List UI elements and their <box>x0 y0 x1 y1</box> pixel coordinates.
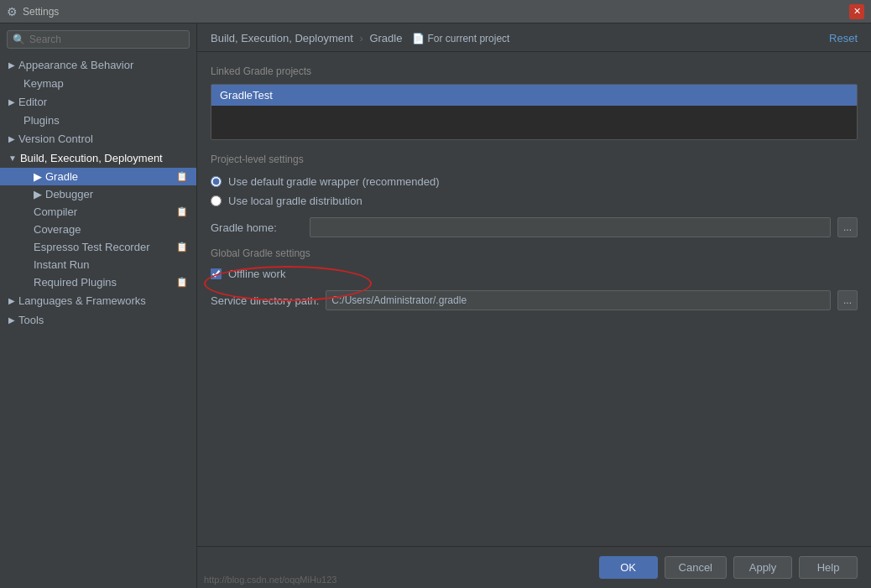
footer: http://blog.csdn.net/oqqMiHu123 OK Cance… <box>197 546 871 588</box>
footer-url: http://blog.csdn.net/oqqMiHu123 <box>197 571 343 588</box>
sidebar-item-required-plugins[interactable]: Required Plugins 📋 <box>0 273 196 291</box>
app-icon: ⚙ <box>7 5 18 18</box>
titlebar: ⚙ Settings ✕ <box>0 0 871 23</box>
radio-local-distribution-input[interactable] <box>211 195 222 206</box>
project-list-empty <box>211 106 857 139</box>
radio-default-wrapper-input[interactable] <box>211 176 222 187</box>
sidebar-item-editor[interactable]: ▶ Editor <box>0 92 196 112</box>
radio-local-distribution[interactable]: Use local gradle distribution <box>211 195 858 207</box>
copy-icon: 📋 <box>176 242 188 252</box>
sidebar-item-label: Plugins <box>23 114 60 127</box>
radio-default-wrapper[interactable]: Use default gradle wrapper (recommended) <box>211 175 858 188</box>
content-body: Linked Gradle projects GradleTest Projec… <box>197 52 871 546</box>
service-dir-input[interactable] <box>326 290 831 310</box>
copy-icon: 📋 <box>176 277 188 288</box>
close-button[interactable]: ✕ <box>849 4 864 19</box>
cancel-button[interactable]: Cancel <box>665 556 727 579</box>
sidebar-item-espresso[interactable]: Espresso Test Recorder 📋 <box>0 238 196 256</box>
window-title: Settings <box>23 6 844 18</box>
expand-arrow-icon: ▶ <box>8 134 15 143</box>
content-header: Build, Execution, Deployment › Gradle 📄 … <box>197 23 871 52</box>
main-container: 🔍 ▶ Appearance & Behavior Keymap ▶ Edito… <box>0 23 871 588</box>
gradle-home-browse-button[interactable]: ... <box>837 217 858 237</box>
offline-work-label: Offline work <box>228 268 285 280</box>
sidebar-item-label: Tools <box>18 314 44 326</box>
sidebar: 🔍 ▶ Appearance & Behavior Keymap ▶ Edito… <box>0 23 197 588</box>
sidebar-item-label: Coverage <box>34 223 81 236</box>
project-level-settings-label: Project-level settings <box>211 154 858 165</box>
service-dir-browse-button[interactable]: ... <box>837 290 858 310</box>
expand-arrow-icon: ▶ <box>8 296 15 305</box>
sidebar-item-label: Instant Run <box>34 258 90 271</box>
sidebar-item-label: Keymap <box>23 77 64 90</box>
search-input[interactable] <box>29 34 184 45</box>
reset-link[interactable]: Reset <box>829 32 858 44</box>
sidebar-item-instant-run[interactable]: Instant Run <box>0 256 196 273</box>
sidebar-item-label: Build, Execution, Deployment <box>20 152 163 164</box>
sidebar-item-label: Espresso Test Recorder <box>34 241 150 253</box>
apply-button[interactable]: Apply <box>733 556 792 579</box>
sidebar-item-label: Required Plugins <box>34 276 117 289</box>
sidebar-item-label: Languages & Frameworks <box>18 294 146 307</box>
sidebar-item-languages[interactable]: ▶ Languages & Frameworks <box>0 291 196 310</box>
radio-group: Use default gradle wrapper (recommended)… <box>211 175 858 207</box>
help-button[interactable]: Help <box>799 556 858 579</box>
copy-icon: 📋 <box>176 206 188 217</box>
global-settings-label: Global Gradle settings <box>211 247 858 259</box>
sidebar-item-coverage[interactable]: Coverage <box>0 221 196 238</box>
expand-arrow-icon: ▶ <box>8 60 15 70</box>
ok-button[interactable]: OK <box>599 556 658 579</box>
expand-arrow-icon: ▶ <box>34 188 42 200</box>
radio-default-wrapper-label: Use default gradle wrapper (recommended) <box>228 175 439 188</box>
expand-arrow-icon: ▼ <box>8 154 17 163</box>
offline-work-checkbox-row[interactable]: Offline work <box>211 268 858 280</box>
sidebar-item-label: Debugger <box>45 188 93 200</box>
sidebar-item-label: Editor <box>18 96 47 108</box>
project-list-item[interactable]: GradleTest <box>211 85 857 106</box>
radio-local-distribution-label: Use local gradle distribution <box>228 195 362 207</box>
global-settings-section: Global Gradle settings Offline work Serv… <box>211 247 858 310</box>
service-dir-row: Service directory path: ... <box>211 290 858 310</box>
project-tag: 📄 For current project <box>412 33 509 44</box>
sidebar-item-keymap[interactable]: Keymap <box>0 75 196 92</box>
sidebar-item-compiler[interactable]: Compiler 📋 <box>0 203 196 221</box>
service-dir-label: Service directory path: <box>211 294 319 307</box>
sidebar-item-plugins[interactable]: Plugins <box>0 112 196 129</box>
gradle-home-label: Gradle home: <box>211 221 303 234</box>
gradle-home-row: Gradle home: ... <box>211 217 858 237</box>
copy-icon: 📋 <box>176 171 188 182</box>
expand-arrow-icon: ▶ <box>8 315 15 325</box>
breadcrumb-current: Gradle <box>369 32 402 44</box>
sidebar-item-label: Gradle <box>45 170 78 183</box>
sidebar-item-appearance[interactable]: ▶ Appearance & Behavior <box>0 55 196 75</box>
offline-work-checkbox[interactable] <box>211 268 222 279</box>
expand-arrow-icon: ▶ <box>8 97 15 107</box>
breadcrumb-parent: Build, Execution, Deployment <box>211 32 353 44</box>
sidebar-item-version-control[interactable]: ▶ Version Control <box>0 129 196 148</box>
expand-arrow-icon: ▶ <box>34 170 42 183</box>
content-panel: Build, Execution, Deployment › Gradle 📄 … <box>197 23 871 588</box>
search-icon: 🔍 <box>13 34 25 45</box>
sidebar-item-label: Appearance & Behavior <box>18 59 133 71</box>
breadcrumb-separator: › <box>359 32 362 44</box>
breadcrumb: Build, Execution, Deployment › Gradle 📄 … <box>211 32 509 44</box>
search-box[interactable]: 🔍 <box>7 30 190 49</box>
linked-projects-label: Linked Gradle projects <box>211 65 858 77</box>
sidebar-item-tools[interactable]: ▶ Tools <box>0 310 196 330</box>
sidebar-item-label: Version Control <box>18 133 93 145</box>
project-list: GradleTest <box>211 84 858 140</box>
sidebar-item-debugger[interactable]: ▶ Debugger <box>0 185 196 203</box>
sidebar-item-label: Compiler <box>34 206 77 218</box>
sidebar-item-build-execution[interactable]: ▼ Build, Execution, Deployment <box>0 148 196 168</box>
sidebar-item-gradle[interactable]: ▶ Gradle 📋 <box>0 168 196 185</box>
gradle-home-input[interactable] <box>310 217 831 237</box>
